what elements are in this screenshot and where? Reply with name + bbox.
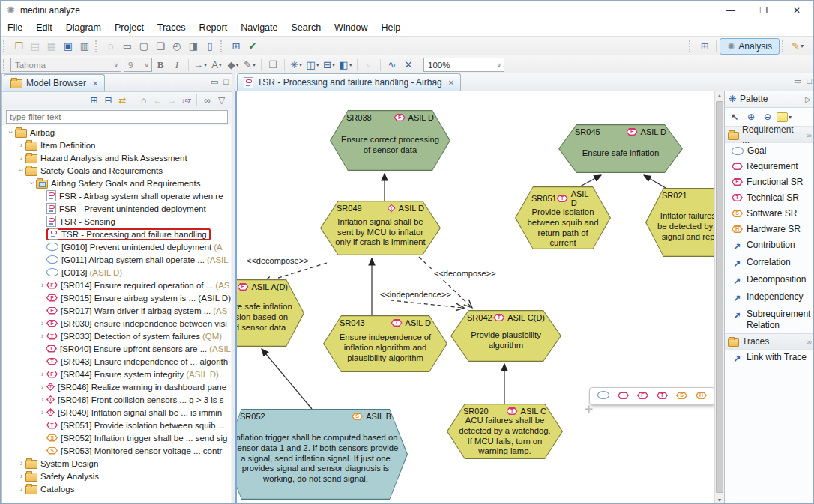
diagram-node-sr042[interactable]: SR042TASIL C(D)Provide plausibility algo… [450, 310, 561, 362]
layout-tree-icon[interactable]: ⊟▾ [321, 58, 337, 73]
palette-item-link-with-trace[interactable]: ↗Link with Trace [725, 350, 814, 367]
palette-item-technical-sr[interactable]: TTechnical SR [725, 190, 814, 206]
tree-item[interactable]: ›Hazard Analysis and Risk Assessment [2, 151, 231, 164]
diagram-node-sr043[interactable]: SR043TASIL DEnsure independence of infla… [323, 315, 447, 372]
tree-item[interactable]: F[SR017] Warn driver if airbag system ..… [2, 304, 231, 317]
tree-item[interactable]: ›T[SR033] Detection of system failures(Q… [2, 330, 231, 342]
expander-closed-icon[interactable]: › [17, 141, 25, 149]
layout-layered-icon[interactable]: ◧▾ [337, 58, 354, 73]
palette-item-subrequirement-relation[interactable]: ➚Subrequirement Relation [725, 306, 814, 333]
relation-edge-solid[interactable] [644, 175, 666, 188]
tree-item[interactable]: [G010] Prevent unintended deployment(A [2, 240, 231, 253]
zoom-select[interactable]: 100%∨ [423, 58, 504, 72]
font-family-select[interactable]: Tahoma∨ [10, 58, 121, 72]
tree-item[interactable]: FSR - Airbag system shall operate when r… [2, 189, 231, 202]
route-edges-icon[interactable]: ∿ [384, 58, 400, 73]
tree-item[interactable]: ›F[SR044] Ensure system integrity(ASIL D… [2, 368, 231, 380]
tree-item[interactable]: ›Airbag [2, 126, 231, 139]
sort-az-icon[interactable]: ↓ᵃz [179, 94, 193, 107]
menu-diagram[interactable]: Diagram [59, 22, 108, 33]
selection-rect-icon[interactable]: ▫ [361, 58, 377, 73]
users-icon[interactable]: ∞ [200, 94, 214, 107]
tree-item[interactable]: ›T[SR046] Realize warning in dashboard p… [2, 380, 231, 393]
check-document-icon[interactable]: ✔ [244, 39, 261, 54]
copy-format-icon[interactable]: ❐ [265, 58, 281, 73]
expander-open-icon[interactable]: › [7, 128, 15, 136]
print-icon[interactable]: ▣ [60, 39, 76, 54]
tree-item[interactable]: [G011] Airbag system shall operate ...(A… [2, 253, 231, 266]
tree-item[interactable]: ›Airbag Safety Goals and Requirements [2, 177, 231, 189]
menu-navigate[interactable]: Navigate [234, 22, 284, 33]
tree-item[interactable]: T[SR051] Provide isolation between squib… [2, 419, 231, 431]
popup-req-s-button[interactable]: S [676, 391, 687, 401]
tree-item[interactable]: F[SR015] Ensure airbag system is ... (AS… [2, 291, 231, 304]
line-style-icon[interactable]: ✎▾ [241, 58, 258, 73]
minimize-panel-icon[interactable]: ▭ [211, 77, 218, 87]
expander-closed-icon[interactable]: › [38, 281, 46, 289]
new-diagram-icon[interactable]: ❒ [10, 39, 27, 54]
menu-help[interactable]: Help [375, 22, 408, 33]
popup-req-t-button[interactable]: T [657, 391, 668, 401]
expander-open-icon[interactable]: › [28, 179, 36, 187]
tree-item[interactable]: ›Catalogs [2, 482, 231, 495]
diagram-node-sr049[interactable]: SR049TASIL DInflation signal shall be se… [320, 201, 441, 255]
vertical-scrollbar[interactable]: ▲ ▼ [714, 91, 724, 504]
relation-edge-dashed[interactable] [419, 257, 471, 307]
report-icon[interactable]: ▥ [76, 39, 93, 54]
collapse-palette-icon[interactable]: ▷ [805, 95, 811, 103]
tree-item[interactable]: ›System Design [2, 457, 231, 470]
italic-button[interactable]: I [169, 58, 185, 73]
scroll-down-icon[interactable]: ▼ [715, 495, 724, 504]
relation-edge-solid[interactable] [580, 175, 601, 186]
scroll-up-icon[interactable]: ▲ [715, 91, 724, 100]
tree-item[interactable]: T[SR040] Ensure upfront sensors are ...(… [2, 342, 231, 355]
diagram-node-sr020[interactable]: SR020TASIL CACU failures shall be detect… [447, 404, 563, 459]
fill-color-icon[interactable]: ◆▾ [225, 58, 241, 73]
menu-search[interactable]: Search [284, 22, 328, 33]
link-with-editor-icon[interactable]: ⇄ [115, 94, 130, 107]
layout-orgchart-icon[interactable]: ◫▾ [304, 58, 321, 73]
diagram-node-sr021[interactable]: SR021FInflator failures shall be detecte… [645, 188, 714, 257]
tree-item[interactable]: ›T[SR049] Inflation signal shall be ... … [2, 406, 231, 419]
tree-item[interactable]: T[SR043] Ensure independence of ... algo… [2, 355, 231, 368]
expander-closed-icon[interactable]: › [38, 370, 46, 378]
diagram-node-sr038[interactable]: SR038FASIL DEnsure correct processing of… [330, 110, 450, 171]
tree-item[interactable]: ›Item Definition [2, 139, 231, 151]
remove-crossings-icon[interactable]: ✕ [400, 58, 417, 73]
tree-item[interactable]: ›F[SR030] ensure independence between vi… [2, 317, 231, 330]
font-color-icon[interactable]: A▾ [208, 58, 225, 73]
tree-item[interactable]: TSR - Sensing [2, 215, 231, 228]
palette-item-contribution[interactable]: ↗Contribution [725, 237, 814, 255]
arrow-style-icon[interactable]: →▾ [192, 58, 208, 73]
expander-closed-icon[interactable]: › [17, 472, 25, 480]
bold-button[interactable]: B [152, 58, 169, 73]
maximize-button[interactable]: ❒ [747, 1, 780, 19]
menu-file[interactable]: File [1, 22, 29, 33]
pin-icon[interactable]: ∞ [807, 131, 812, 139]
tree-item[interactable]: ›Safety Analysis [2, 470, 231, 482]
view-menu-icon[interactable]: ▽ [214, 94, 229, 107]
copy-element-icon[interactable]: ❏ [152, 39, 169, 54]
minimize-button[interactable]: — [714, 1, 747, 19]
close-icon[interactable]: ✕ [448, 79, 454, 87]
tree-item[interactable]: ›F[SR014] Ensure required operation of .… [2, 279, 231, 291]
expand-all-icon[interactable]: ⊞ [87, 94, 101, 107]
palette-item-hardware-sr[interactable]: HHardware SR [725, 222, 814, 237]
palette-item-functional-sr[interactable]: FFunctional SR [725, 174, 814, 190]
popup-req-f-button[interactable]: F [637, 391, 648, 401]
expander-closed-icon[interactable]: › [17, 154, 25, 162]
scrollbar-thumb[interactable] [716, 101, 723, 493]
select-tool-icon[interactable]: ↖ [728, 110, 741, 124]
shape-icon[interactable]: ▭ [119, 39, 136, 54]
palette-item-independency[interactable]: ↗Independency [725, 289, 814, 306]
popup-goal-button[interactable] [597, 391, 609, 401]
comment-icon[interactable]: ◌ [103, 39, 119, 54]
tree-item[interactable]: ›Safety Goals and Requirements [2, 164, 231, 177]
expander-closed-icon[interactable]: › [38, 395, 46, 404]
palette-header[interactable]: ❋ Palette ▷ [725, 91, 814, 108]
menu-report[interactable]: Report [193, 22, 235, 33]
back-icon[interactable]: ← [151, 94, 165, 107]
palette-group-header[interactable]: Requirement ...∞ [725, 127, 814, 143]
zoom-in-tool-icon[interactable]: ⊕ [744, 110, 758, 124]
palette-item-requirement[interactable]: Requirement [725, 159, 814, 174]
